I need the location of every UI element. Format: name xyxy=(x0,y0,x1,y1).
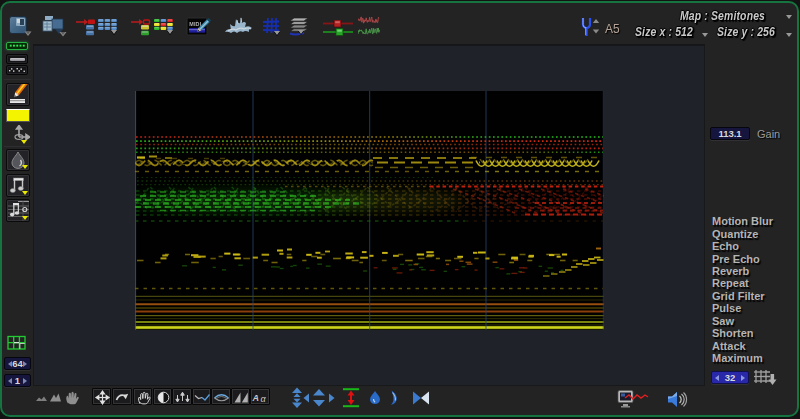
svg-text:MIDI: MIDI xyxy=(189,21,201,27)
svg-text:α: α xyxy=(261,393,267,403)
svg-text:A: A xyxy=(252,393,260,403)
